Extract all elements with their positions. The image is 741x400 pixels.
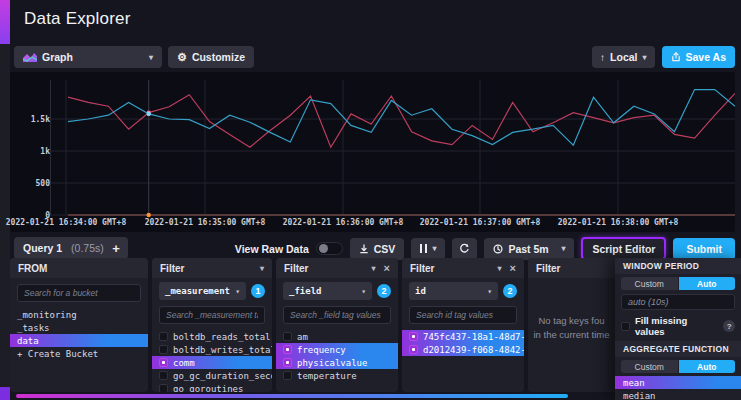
- line-chart[interactable]: [50, 76, 735, 224]
- checkbox-icon[interactable]: [283, 345, 292, 354]
- checkbox-icon[interactable]: [159, 371, 168, 380]
- aggregate-function-item[interactable]: mean: [615, 376, 741, 389]
- nav-strip-bottom: [0, 387, 10, 400]
- toggle-knob: [319, 244, 328, 253]
- visualization-type-dropdown[interactable]: Graph ▾: [14, 46, 162, 68]
- x-tick-label: 2022-01-21 16:38:00 GMT+8: [558, 218, 678, 227]
- tag-key-dropdown[interactable]: _measurement ▾: [159, 282, 246, 300]
- window-custom-button[interactable]: Custom: [621, 277, 678, 290]
- window-period-input[interactable]: auto (10s): [621, 294, 735, 310]
- checkbox-icon[interactable]: [283, 332, 292, 341]
- checkbox-icon[interactable]: [159, 332, 168, 341]
- clock-icon: [493, 244, 503, 254]
- time-range-label: Past 5m: [508, 243, 548, 255]
- submit-button[interactable]: Submit: [673, 238, 735, 260]
- measurement-search-input[interactable]: [159, 306, 265, 324]
- chevron-down-icon: ▾: [643, 53, 647, 62]
- window-period-mode-toggle: Custom Auto: [615, 274, 741, 293]
- nav-logo-strip: [0, 0, 10, 44]
- tag-key-dropdown[interactable]: id ▾: [409, 282, 498, 300]
- field-value-item[interactable]: frequency: [276, 343, 398, 356]
- bucket-search-input[interactable]: [17, 284, 141, 302]
- x-tick-label: 2022-01-21 16:37:00 GMT+8: [420, 218, 540, 227]
- query-bar: Query 1 (0.75s) + View Raw Data CSV ▾: [0, 236, 741, 260]
- collapse-caret-icon[interactable]: ▾: [372, 264, 376, 273]
- measurement-value-item[interactable]: boltdb_reads_total: [152, 330, 272, 343]
- help-icon[interactable]: ?: [723, 320, 735, 332]
- chevron-down-icon: ▾: [432, 244, 436, 253]
- checkbox-icon[interactable]: [283, 358, 292, 367]
- checkbox-icon[interactable]: [409, 345, 418, 354]
- arrow-up-icon: ↑: [600, 52, 605, 63]
- from-panel: FROM _monitoring _tasks data + Create Bu…: [10, 258, 148, 392]
- close-icon[interactable]: ×: [510, 263, 516, 274]
- collapse-caret-icon[interactable]: ▾: [498, 264, 502, 273]
- from-panel-header: FROM: [10, 258, 148, 278]
- filter-panel-id: Filter ▾ × id ▾ 2 745fc437-18a1-48d7-98a…: [402, 258, 524, 392]
- refresh-button[interactable]: [452, 238, 477, 260]
- window-options-panel: WINDOW PERIOD Custom Auto auto (10s) Fil…: [615, 258, 741, 400]
- pause-dropdown-button[interactable]: ▾: [411, 238, 445, 260]
- window-auto-button[interactable]: Auto: [679, 277, 736, 290]
- close-icon[interactable]: ×: [384, 263, 390, 274]
- checkbox-icon[interactable]: [159, 358, 168, 367]
- checkbox-icon[interactable]: [159, 384, 168, 392]
- measurement-value-item[interactable]: boltdb_writes_total: [152, 343, 272, 356]
- aggregate-mode-toggle: Custom Auto: [615, 357, 741, 376]
- chevron-down-icon: ▾: [487, 287, 492, 296]
- view-raw-data-toggle[interactable]: [316, 242, 343, 255]
- field-value-item[interactable]: am: [276, 330, 398, 343]
- bucket-item[interactable]: + Create Bucket: [10, 347, 148, 360]
- id-value-item[interactable]: d2012439-f068-4842-bfef-8...: [402, 343, 524, 356]
- field-search-input[interactable]: [283, 306, 391, 324]
- bucket-item[interactable]: _monitoring: [10, 308, 148, 321]
- nav-strip: [0, 0, 10, 400]
- customize-button[interactable]: ⚙ Customize: [168, 46, 254, 68]
- horizontal-scrollbar[interactable]: [16, 394, 568, 398]
- add-query-button[interactable]: +: [104, 237, 128, 259]
- pause-icon: [420, 244, 427, 253]
- view-raw-data-label: View Raw Data: [235, 243, 309, 255]
- no-tag-keys-message: No tag keys fou in the current time: [528, 278, 615, 378]
- fill-missing-values-row: Fill missing values ?: [615, 313, 741, 341]
- x-tick-label: 2022-01-21 16:36:00 GMT+8: [283, 218, 403, 227]
- id-value-item[interactable]: 745fc437-18a1-48d7-98a6-7...: [402, 330, 524, 343]
- download-icon: [359, 244, 369, 254]
- measurement-value-item[interactable]: go_gc_duration_seconds: [152, 369, 272, 382]
- page-title: Data Explorer: [24, 9, 131, 29]
- collapse-caret-icon[interactable]: ▾: [260, 264, 264, 273]
- id-search-input[interactable]: [409, 306, 517, 324]
- field-value-item[interactable]: temperature: [276, 369, 398, 382]
- checkbox-icon[interactable]: [159, 345, 168, 354]
- aggregate-function-header: AGGREGATE FUNCTION: [615, 341, 741, 357]
- query-tab[interactable]: Query 1 (0.75s): [14, 237, 113, 259]
- checkbox-icon[interactable]: [621, 322, 630, 331]
- checkbox-icon[interactable]: [409, 332, 418, 341]
- script-editor-button[interactable]: Script Editor: [581, 237, 666, 260]
- aggregate-custom-button[interactable]: Custom: [621, 360, 678, 373]
- time-range-dropdown[interactable]: Past 5m ▾: [484, 238, 574, 260]
- save-as-button[interactable]: Save As: [662, 46, 735, 68]
- tag-key-dropdown[interactable]: _field ▾: [283, 282, 372, 300]
- save-location-dropdown[interactable]: ↑ Local ▾: [592, 46, 654, 68]
- aggregate-auto-button[interactable]: Auto: [679, 360, 736, 373]
- bucket-item[interactable]: _tasks: [10, 321, 148, 334]
- x-tick-label: 2022-01-21 16:35:00 GMT+8: [145, 218, 265, 227]
- download-csv-button[interactable]: CSV: [350, 238, 405, 260]
- bucket-item[interactable]: data: [10, 334, 148, 347]
- query-tab-label: Query 1: [23, 242, 62, 254]
- filter-panel-header: Filter ▾ ×: [402, 258, 524, 278]
- checkbox-icon[interactable]: [283, 371, 292, 380]
- y-tick-label: 500: [36, 179, 50, 188]
- chart-panel[interactable]: 1.5k1k5000 2022-01-21 16:34:00 GMT+82022…: [10, 72, 735, 232]
- y-tick-label: 1.5k: [31, 115, 50, 124]
- visualization-type-label: Graph: [42, 51, 73, 63]
- save-location-label: Local: [610, 51, 637, 63]
- aggregate-function-item[interactable]: median: [615, 389, 741, 400]
- gear-icon: ⚙: [177, 51, 187, 64]
- measurement-value-item[interactable]: go_goroutines: [152, 382, 272, 392]
- measurement-value-item[interactable]: comm: [152, 356, 272, 369]
- refresh-icon: [459, 243, 470, 254]
- field-value-item[interactable]: physicalvalue: [276, 356, 398, 369]
- filter-panel-header: Filter ▾: [152, 258, 272, 278]
